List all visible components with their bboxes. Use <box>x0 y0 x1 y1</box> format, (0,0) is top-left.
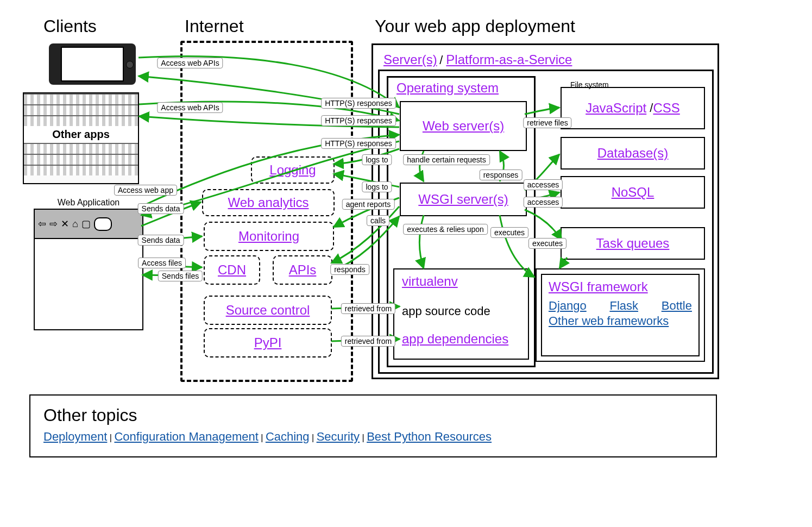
edge-executes-1: executes <box>490 227 528 238</box>
edge-logs-to-2: logs to <box>362 181 392 192</box>
edge-responses: responses <box>480 170 523 180</box>
edge-http-2: HTTP(S) responses <box>321 115 396 126</box>
edge-http-1: HTTP(S) responses <box>321 98 396 109</box>
architecture-diagram: Clients Internet Your web app deployment… <box>0 0 812 527</box>
edge-handle-req: handle certain requests <box>403 154 490 165</box>
edge-retrieve-files: retrieve files <box>523 117 571 128</box>
edge-sends-data-2: Sends data <box>138 235 184 246</box>
edge-retrieved-1: retrieved from <box>341 303 395 314</box>
edge-calls: calls <box>367 215 389 226</box>
edge-executes-2: executes <box>528 238 566 249</box>
edge-accesses-2: accesses <box>524 197 563 208</box>
edge-logs-to-1: logs to <box>362 154 392 165</box>
edge-exec-relies: executes & relies upon <box>403 224 488 235</box>
edge-http-3: HTTP(S) responses <box>321 138 396 149</box>
edge-access-apis-1: Access web APIs <box>157 58 223 68</box>
arrows-layer <box>0 0 812 527</box>
edge-access-apis-2: Access web APIs <box>157 102 223 113</box>
edge-sends-files: Sends files <box>158 271 203 281</box>
edge-access-files: Access files <box>138 258 186 268</box>
edge-accesses-1: accesses <box>524 179 563 190</box>
edge-retrieved-2: retrieved from <box>341 336 395 347</box>
edge-responds: responds <box>330 264 369 275</box>
edge-agent-reports: agent reports <box>342 199 395 210</box>
edge-sends-data-1: Sends data <box>138 203 184 214</box>
edge-access-webapp: Access web app <box>114 185 177 196</box>
